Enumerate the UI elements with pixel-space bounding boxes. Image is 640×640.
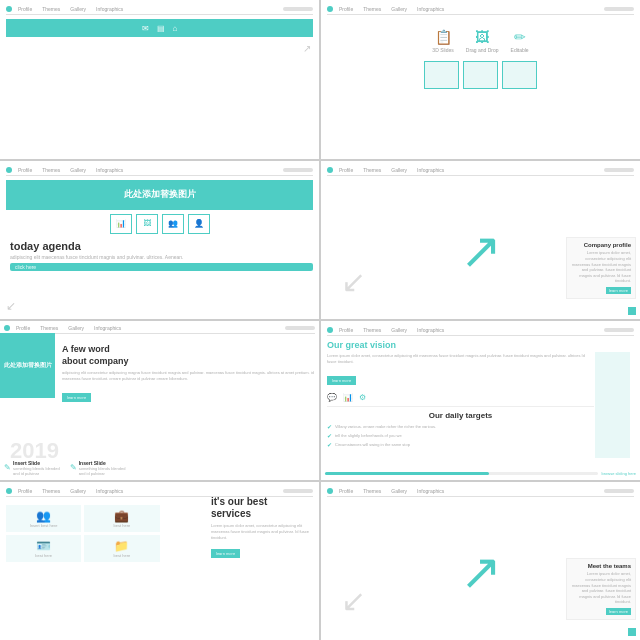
email-icon: ✉: [142, 24, 149, 33]
slide-7: Profile Themes Gallery Infographics 👥 In…: [0, 482, 319, 641]
editable-icon: ✏: [514, 29, 526, 45]
nav-text: Infographics: [417, 488, 444, 494]
about-main-content: A few wordabout company adipiscing elit …: [62, 344, 319, 403]
nav-bar-6: Profile Themes Gallery Infographics: [327, 327, 634, 336]
vision-icon-1: 💬: [327, 393, 337, 402]
insert-icon-1: ✎: [4, 463, 11, 472]
icon-text-2: Insert Slide something blends blendedand…: [79, 460, 126, 476]
grid-icon: ▤: [157, 24, 165, 33]
nav-text: Themes: [363, 488, 381, 494]
nav-search: [283, 489, 313, 493]
target-text-3: Circumstances will swing in the same sto…: [335, 442, 410, 447]
nav-text: Themes: [363, 327, 381, 333]
nav-search: [604, 168, 634, 172]
icons-row: 📋 3D Slides 🖼 Drag and Drop ✏ Editable: [327, 29, 634, 53]
icon-text-1: Insert Slide something blends blendedand…: [13, 460, 60, 476]
header-text: 此处添加替换图片: [124, 188, 196, 201]
target-text-1: Villany various. ornare make richer the …: [335, 424, 436, 429]
icon-card-1: 📊: [110, 214, 132, 234]
learn-more-label[interactable]: browse sliding here: [602, 471, 636, 476]
briefcase-icon: 💼: [114, 509, 129, 523]
nav-text: Themes: [42, 488, 60, 494]
meet-teams-box: Meet the teams Lorem ipsum dolor amet, c…: [566, 558, 636, 620]
slide-6: Profile Themes Gallery Infographics Our …: [321, 321, 640, 480]
header-banner: 此处添加替换图片: [6, 180, 313, 210]
bottom-progress-row: browse sliding here: [325, 471, 636, 476]
nav-bar-1: Profile Themes Gallery Infographics: [6, 6, 313, 15]
nav-text: Gallery: [68, 325, 84, 331]
about-body: adipiscing elit consectetur adipiscing m…: [62, 370, 319, 382]
nav-bar-2: Profile Themes Gallery Infographics: [327, 6, 634, 15]
services-text-block: it's our bestservices Lorem ipsum dolor …: [211, 496, 311, 559]
slide-3: Profile Themes Gallery Infographics 此处添加…: [0, 161, 319, 320]
nav-text: Themes: [363, 167, 381, 173]
icon-card-2: 🖼: [136, 214, 158, 234]
bottom-icon-1: ✎ Insert Slide something blends blendeda…: [4, 460, 60, 476]
vision-title: Our great vision: [327, 340, 594, 350]
nav-text: Gallery: [391, 6, 407, 12]
about-cta-btn[interactable]: learn more: [62, 393, 91, 402]
3d-slides-icon: 📋: [435, 29, 452, 45]
nav-text: Profile: [18, 6, 32, 12]
nav-dot: [6, 167, 12, 173]
company-profile-title: Company profile: [571, 242, 631, 248]
nav-dot: [327, 6, 333, 12]
vision-icon-3: ⚙: [359, 393, 366, 402]
services-title: it's our bestservices: [211, 496, 311, 520]
checkmark-icon-3: ✔: [327, 441, 332, 448]
nav-text: Infographics: [96, 488, 123, 494]
nav-text: Infographics: [417, 327, 444, 333]
cta-pill[interactable]: click here: [10, 263, 313, 271]
nav-text: Infographics: [417, 6, 444, 12]
vision-cta-btn[interactable]: learn more: [327, 376, 356, 385]
meet-teams-title: Meet the teams: [571, 563, 631, 569]
corner-decoration: [628, 307, 636, 315]
about-title: A few wordabout company: [62, 344, 319, 367]
vision-icons: 💬 📊 ⚙: [327, 393, 594, 402]
agenda-title: today agenda: [6, 240, 313, 252]
nav-text: Themes: [40, 325, 58, 331]
services-cta-btn[interactable]: learn more: [211, 549, 240, 558]
service-card-4: 📁 best here: [84, 535, 159, 562]
nav-search: [283, 7, 313, 11]
divider: [327, 406, 594, 407]
card-icon: 🪪: [36, 539, 51, 553]
nav-text: Gallery: [391, 167, 407, 173]
nav-text: Infographics: [417, 167, 444, 173]
icon-card-3: 👥: [162, 214, 184, 234]
big-teal-arrow-icon-2: ↗: [460, 547, 502, 597]
nav-search: [283, 168, 313, 172]
vision-left: Our great vision Lorem ipsum dolor amet,…: [327, 340, 634, 474]
nav-search: [604, 7, 634, 11]
box-1: [424, 61, 459, 89]
nav-search: [285, 326, 315, 330]
nav-text: Profile: [16, 325, 30, 331]
left-block-text: 此处添加替换图片: [2, 360, 54, 371]
checkmark-icon-2: ✔: [327, 432, 332, 439]
nav-search: [604, 328, 634, 332]
slide-1: Profile Themes Gallery Infographics ✉ ▤ …: [0, 0, 319, 159]
meet-teams-cta-btn[interactable]: learn more: [606, 608, 631, 615]
home-icon: ⌂: [173, 24, 178, 33]
folder-icon: 📁: [114, 539, 129, 553]
nav-bar-8: Profile Themes Gallery Infographics: [327, 488, 634, 497]
left-teal-image-block: 此处添加替换图片: [0, 333, 55, 398]
services-body: Lorem ipsum dolor amet, consectetur adip…: [211, 523, 311, 541]
service-card-1: 👥 Insert best here: [6, 505, 81, 532]
bottom-icon-2: ✎ Insert Slide something blends blendeda…: [70, 460, 126, 476]
target-item-3: ✔ Circumstances will swing in the same s…: [327, 441, 594, 448]
slide-1-content: ↗: [6, 41, 313, 153]
gray-arrow-icon-2: ↙: [341, 583, 366, 618]
company-learn-more-btn[interactable]: learn more: [606, 287, 631, 294]
nav-text: Infographics: [94, 325, 121, 331]
icon-label-2: Drag and Drop: [466, 47, 499, 53]
nav-text: Profile: [18, 167, 32, 173]
icon-label-3: Editable: [511, 47, 529, 53]
nav-dot: [327, 167, 333, 173]
services-grid: 👥 Insert best here 💼 best here 🪪 best he…: [6, 505, 160, 562]
right-image-placeholder: [595, 352, 630, 458]
nav-text: Profile: [18, 488, 32, 494]
nav-text: Gallery: [391, 327, 407, 333]
slide-8: Profile Themes Gallery Infographics ↗ ↙ …: [321, 482, 640, 641]
nav-text: Profile: [339, 488, 353, 494]
